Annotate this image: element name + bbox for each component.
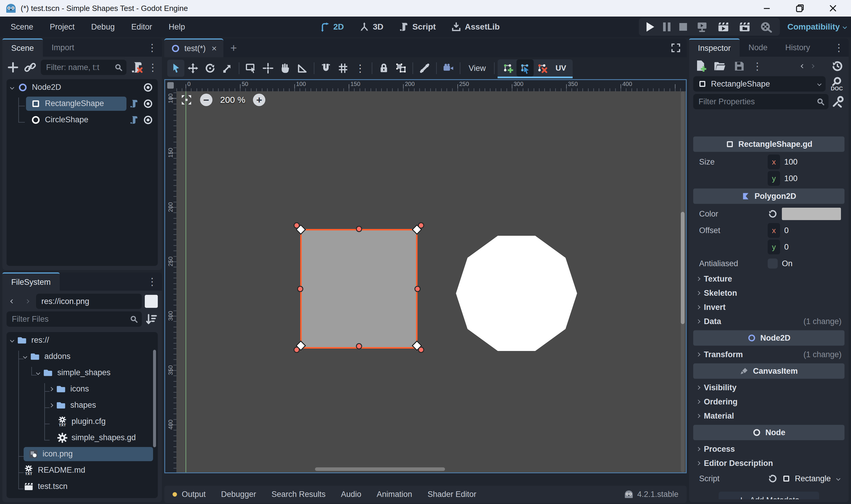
group-material[interactable]: Material	[693, 409, 845, 423]
uv-editor-button[interactable]: UV	[551, 64, 571, 73]
fs-row-simple-shapes-gd[interactable]: simple_shapes.gd	[6, 430, 158, 446]
group-ordering[interactable]: Ordering	[693, 395, 845, 409]
minimize-button[interactable]	[762, 3, 772, 13]
visibility-eye-icon[interactable]	[143, 99, 153, 109]
menu-scene[interactable]: Scene	[11, 22, 33, 32]
tab-2d[interactable]: 2D	[320, 22, 344, 32]
sort-files-button[interactable]	[145, 312, 158, 326]
tree-row-rectangleshape[interactable]: RectangleShape	[6, 95, 158, 112]
polygon-midpoint-handle[interactable]	[297, 286, 304, 292]
ruler-mode-button[interactable]	[294, 60, 311, 77]
tab-import[interactable]: Import	[43, 38, 83, 57]
restore-button[interactable]	[795, 3, 805, 13]
movie-maker-button[interactable]	[760, 21, 772, 33]
circle-shape-node[interactable]	[456, 233, 577, 354]
bottom-tab-audio[interactable]: Audio	[341, 490, 361, 499]
revert-icon[interactable]	[768, 209, 778, 219]
group-invert[interactable]: Invert	[693, 300, 845, 314]
canvas-vscrollbar-thumb[interactable]	[681, 212, 685, 324]
history-back-button[interactable]	[801, 65, 804, 68]
collapse-icon[interactable]	[10, 85, 14, 89]
group-texture[interactable]: Texture	[693, 272, 845, 286]
canvas-area[interactable]: − 200 % +	[176, 91, 686, 472]
close-button[interactable]	[828, 3, 838, 13]
tab-script[interactable]: Script	[399, 22, 436, 32]
fs-row-readme[interactable]: README.md	[6, 462, 158, 478]
scene-tree-menu-icon[interactable]: ⋮	[148, 62, 158, 72]
nav-forward-button[interactable]	[21, 300, 33, 303]
canvas-hscrollbar-thumb[interactable]	[315, 467, 445, 471]
category-rectangleshape-gd[interactable]: RectangleShape.gd	[693, 137, 845, 152]
open-docs-button[interactable]	[829, 76, 845, 92]
renderer-dropdown[interactable]: Compatibility	[787, 22, 846, 32]
select-mode-button[interactable]	[167, 60, 184, 77]
category-node[interactable]: Node	[693, 425, 845, 440]
tab-node[interactable]: Node	[740, 38, 777, 57]
size-x-value[interactable]: 100	[784, 158, 798, 167]
attached-script-icon[interactable]	[129, 115, 139, 125]
property-tools-button[interactable]	[832, 95, 845, 108]
tab-inspector[interactable]: Inspector	[689, 38, 740, 57]
grid-snap-button[interactable]	[334, 60, 351, 77]
polygon-midpoint-handle[interactable]	[356, 343, 362, 349]
rectangle-shape-node[interactable]	[300, 229, 418, 348]
center-view-icon[interactable]	[181, 94, 192, 106]
list-select-button[interactable]	[242, 60, 259, 77]
chevron-down-icon[interactable]	[836, 476, 840, 481]
run-remote-debug-button[interactable]	[696, 21, 708, 33]
filter-files-input[interactable]	[12, 314, 126, 324]
zoom-in-button[interactable]: +	[253, 94, 265, 106]
inspector-panel-menu-icon[interactable]: ⋮	[834, 38, 849, 57]
load-resource-button[interactable]	[713, 60, 726, 73]
attached-script-icon[interactable]	[129, 99, 139, 108]
group-data[interactable]: Data(1 change)	[693, 314, 845, 328]
fs-row-icons[interactable]: icons	[6, 381, 158, 397]
size-y-value[interactable]: 100	[784, 174, 798, 183]
tree-row-circleshape[interactable]: CircleShape	[6, 112, 158, 128]
revert-icon[interactable]	[768, 473, 778, 484]
polygon-delete-points-button[interactable]	[533, 59, 551, 76]
group-object-button[interactable]	[393, 60, 410, 77]
pivot-mode-button[interactable]	[259, 60, 276, 77]
tab-3d[interactable]: 3D	[359, 22, 383, 32]
add-metadata-button[interactable]: + Add Metadata	[719, 491, 819, 499]
add-node-button[interactable]	[6, 61, 19, 74]
offset-y-value[interactable]: 0	[784, 242, 789, 252]
tab-filesystem[interactable]: FileSystem	[2, 272, 60, 291]
fs-row-icon-png[interactable]: icon.png	[6, 446, 158, 462]
move-mode-button[interactable]	[184, 60, 201, 77]
pan-mode-button[interactable]	[276, 60, 294, 77]
view-menu-button[interactable]: View	[463, 64, 491, 73]
fs-row-res[interactable]: res://	[6, 332, 158, 348]
fs-row-plugin-cfg[interactable]: plugin.cfg	[6, 413, 158, 430]
menu-debug[interactable]: Debug	[91, 22, 115, 32]
lock-object-button[interactable]	[375, 60, 393, 77]
group-visibility[interactable]: Visibility	[693, 380, 845, 395]
bottom-tab-output[interactable]: Output	[182, 490, 206, 499]
run-current-scene-button[interactable]	[717, 21, 729, 33]
close-tab-icon[interactable]: ×	[212, 43, 217, 53]
menu-help[interactable]: Help	[169, 22, 185, 32]
tab-history[interactable]: History	[777, 38, 819, 57]
collapse-icon[interactable]	[23, 354, 27, 358]
script-value[interactable]: Rectangle	[795, 474, 831, 483]
tab-scene[interactable]: Scene	[2, 38, 43, 57]
expand-icon[interactable]	[49, 387, 53, 391]
antialiased-checkbox[interactable]	[768, 258, 778, 269]
polygon-create-points-button[interactable]	[500, 59, 517, 76]
scene-panel-menu-icon[interactable]: ⋮	[147, 38, 162, 57]
color-swatch[interactable]	[782, 208, 841, 220]
distraction-free-icon[interactable]	[670, 38, 687, 57]
fs-row-addons[interactable]: addons	[6, 348, 158, 364]
filesystem-scrollbar[interactable]	[153, 350, 156, 447]
visibility-eye-icon[interactable]	[143, 83, 153, 92]
zoom-out-button[interactable]: −	[200, 94, 213, 106]
filesystem-panel-menu-icon[interactable]: ⋮	[147, 272, 162, 291]
group-skeleton[interactable]: Skeleton	[693, 286, 845, 300]
bottom-tab-animation[interactable]: Animation	[377, 490, 412, 499]
scene-tab-test[interactable]: test(*) ×	[164, 38, 223, 57]
bottom-tab-search-results[interactable]: Search Results	[272, 490, 326, 499]
new-scene-tab-button[interactable]: +	[223, 38, 244, 57]
filter-properties-input[interactable]	[699, 97, 813, 106]
offset-x-value[interactable]: 0	[784, 226, 789, 235]
